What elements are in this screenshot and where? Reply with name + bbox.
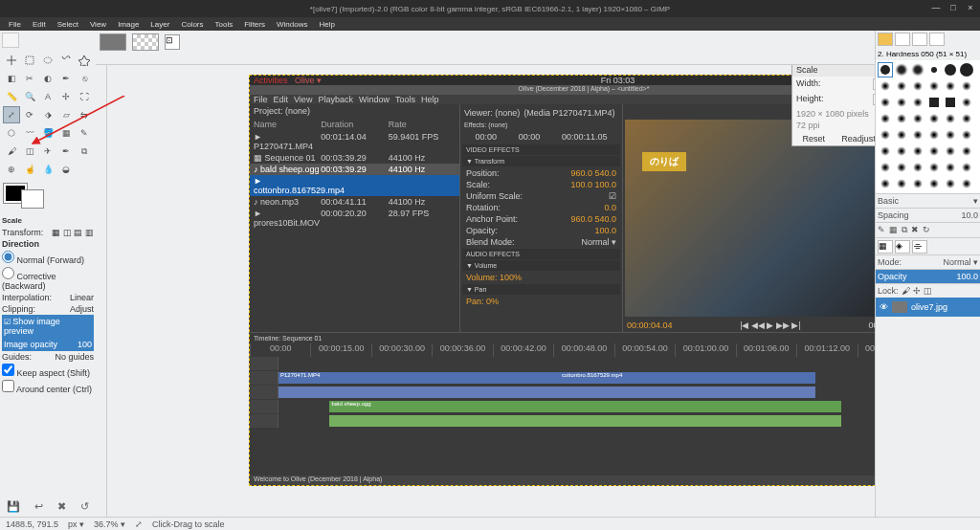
gradient-tool-icon[interactable]: ▦: [57, 124, 75, 142]
brush-new-icon[interactable]: ▦: [889, 225, 898, 235]
brush-thumb[interactable]: [943, 127, 958, 143]
opt-transform-icons[interactable]: ▦ ◫ ▤ ▥: [52, 228, 94, 237]
height-field[interactable]: 1080: [873, 94, 875, 105]
opt-show-preview[interactable]: ☑ Show image preview: [2, 315, 94, 338]
save-options-icon[interactable]: 💾: [7, 500, 20, 513]
prop-v[interactable]: 100.0: [594, 226, 616, 235]
prop-v[interactable]: 960.0 540.0: [570, 168, 616, 178]
brush-thumb[interactable]: [926, 144, 942, 159]
menu-file[interactable]: File: [4, 19, 26, 30]
brush-thumb[interactable]: [926, 127, 942, 143]
ink-tool-icon[interactable]: ✒: [57, 143, 75, 160]
menu-windows[interactable]: Windows: [272, 19, 312, 30]
brush-thumb[interactable]: [959, 160, 974, 175]
rotate-tool-icon[interactable]: ⟳: [21, 106, 38, 123]
menu-colors[interactable]: Colors: [176, 19, 208, 30]
fuzzy-select-tool-icon[interactable]: [76, 52, 93, 69]
brush-basic[interactable]: Basic: [878, 196, 899, 206]
background-color[interactable]: [21, 189, 44, 209]
airbrush-tool-icon[interactable]: ✈: [39, 143, 56, 160]
fonts-tab-icon[interactable]: [912, 33, 927, 46]
color-select-tool-icon[interactable]: ◧: [3, 70, 20, 87]
menu-select[interactable]: Select: [53, 19, 83, 30]
proj-file-row[interactable]: ► prores10Bit.MOV00:00:20.2028.97 FPS: [250, 208, 459, 229]
align-tool-icon[interactable]: ✢: [57, 88, 75, 105]
lock-alpha-icon[interactable]: ◫: [924, 286, 932, 296]
restore-options-icon[interactable]: ↩: [34, 500, 43, 513]
crop-tool-icon[interactable]: ⛶: [76, 88, 93, 105]
scale-readjust-button[interactable]: Readjust: [841, 134, 875, 144]
lock-pixels-icon[interactable]: 🖌: [902, 286, 910, 296]
scale-tool-icon[interactable]: ⤢: [3, 106, 20, 123]
proj-file-row[interactable]: ♪ bald sheep.ogg00:03:39.2944100 Hz: [250, 164, 459, 175]
brush-thumb[interactable]: [910, 127, 925, 143]
layers-tab-icon[interactable]: ▦: [878, 240, 893, 254]
bucket-fill-tool-icon[interactable]: 🪣: [39, 124, 56, 142]
olive-menu-help[interactable]: Help: [421, 95, 439, 104]
menu-layer[interactable]: Layer: [145, 19, 174, 30]
brush-thumb[interactable]: [959, 176, 974, 191]
brush-thumb[interactable]: [959, 95, 974, 110]
status-unit[interactable]: px ▾: [68, 519, 84, 529]
warp-tool-icon[interactable]: 〰: [21, 124, 38, 142]
olive-timeline-ruler[interactable]: 00:0000:00:15.0000:00:30.0000:00:36.0000…: [250, 343, 875, 357]
proj-file-row[interactable]: ▦ Sequence 0100:03:39.2944100 Hz: [250, 152, 459, 164]
olive-menu-playback[interactable]: Playback: [318, 95, 353, 104]
pan-val[interactable]: Pan: 0%: [466, 297, 499, 306]
brush-thumb[interactable]: [878, 127, 893, 143]
menu-help[interactable]: Help: [314, 19, 339, 30]
proj-col-name[interactable]: Name: [254, 120, 321, 129]
heal-tool-icon[interactable]: ⊕: [3, 161, 20, 178]
opt-clipping-value[interactable]: Adjust: [70, 304, 94, 314]
olive-menu-view[interactable]: View: [294, 95, 312, 104]
window-close-icon[interactable]: ×: [965, 2, 976, 13]
scale-reset-button[interactable]: Reset: [803, 134, 826, 144]
layer-opacity-value[interactable]: 100.0: [956, 272, 978, 281]
lock-position-icon[interactable]: ✢: [913, 286, 921, 296]
perspective-tool-icon[interactable]: ▱: [57, 106, 75, 123]
image-tab-2[interactable]: [132, 33, 159, 51]
brush-thumb[interactable]: [959, 62, 974, 77]
channels-tab-icon[interactable]: ◈: [895, 240, 910, 254]
brush-thumb[interactable]: [926, 62, 942, 77]
paintbrush-tool-icon[interactable]: 🖌: [3, 143, 20, 160]
eraser-tool-icon[interactable]: ◫: [21, 143, 38, 160]
brush-thumb[interactable]: [910, 111, 925, 126]
opt-opacity-value[interactable]: 100: [78, 340, 92, 349]
brush-thumb[interactable]: [878, 78, 893, 94]
brush-thumb[interactable]: [894, 176, 909, 191]
brush-thumb[interactable]: [926, 111, 942, 126]
prop-v[interactable]: 960.0 540.0: [570, 214, 616, 224]
brush-thumb[interactable]: [926, 95, 942, 110]
brush-thumb[interactable]: [894, 95, 909, 110]
track-a2-header[interactable]: [250, 400, 278, 413]
proj-file-row-selected[interactable]: ► cottonbro.8167529.mp4: [250, 175, 459, 196]
flip-tool-icon[interactable]: ⇋: [76, 106, 93, 123]
layer-mode-value[interactable]: Normal ▾: [943, 257, 978, 267]
playback-controls[interactable]: |◀ ◀◀ ▶ ▶▶ ▶|: [740, 320, 801, 330]
audio-clip[interactable]: [278, 386, 560, 398]
image-scale-handles[interactable]: Activities Olive ▾ Fri 03:03 Olive (Dece…: [249, 75, 875, 486]
proj-col-rate[interactable]: Rate: [389, 120, 456, 129]
dodge-tool-icon[interactable]: ◒: [57, 161, 75, 178]
brush-thumb[interactable]: [910, 176, 925, 191]
smudge-tool-icon[interactable]: ☝: [21, 161, 38, 178]
olive-volume[interactable]: ▼ Volume: [462, 260, 620, 271]
paths-tab-icon[interactable]: ⌯: [912, 240, 927, 254]
proj-file-row[interactable]: ► P1270471.MP400:01:14.0459.9401 FPS: [250, 131, 459, 152]
opt-keep-aspect[interactable]: Keep aspect (Shift): [2, 364, 90, 378]
brush-thumb[interactable]: [878, 62, 893, 77]
delete-options-icon[interactable]: ✖: [57, 500, 66, 513]
cage-tool-icon[interactable]: ⬡: [3, 124, 20, 142]
layer-name[interactable]: olive7.jpg: [911, 302, 947, 312]
brush-thumb[interactable]: [943, 176, 958, 191]
menu-image[interactable]: Image: [113, 19, 144, 30]
reset-options-icon[interactable]: ↺: [80, 500, 89, 513]
video-clip[interactable]: cottonbro.8167529.mp4: [560, 372, 815, 384]
pencil-tool-icon[interactable]: ✎: [76, 124, 93, 142]
brush-thumb[interactable]: [943, 95, 958, 110]
brush-thumb[interactable]: [943, 111, 958, 126]
audio-clip[interactable]: [560, 386, 815, 398]
video-clip[interactable]: P1270471.MP4: [278, 372, 560, 384]
brush-edit-icon[interactable]: ✎: [878, 225, 885, 235]
